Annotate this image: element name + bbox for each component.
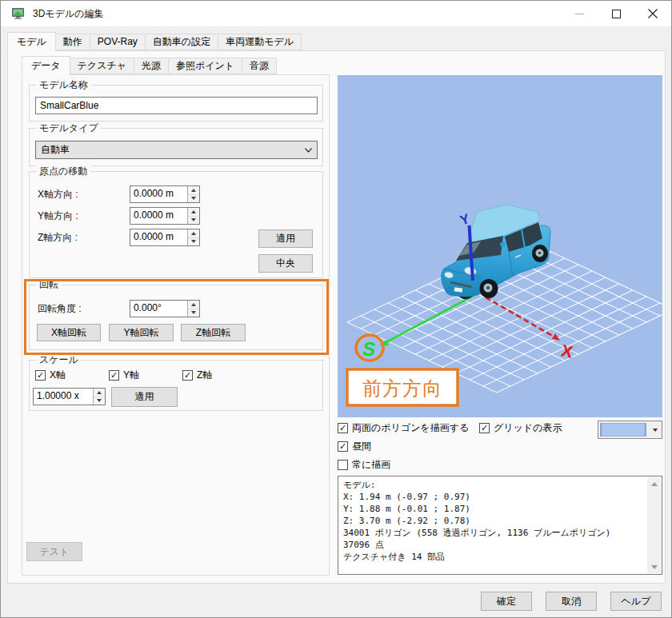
origin-x-spinner[interactable]: 0.0000 m <box>130 185 200 203</box>
model-3d-viewport[interactable]: X <box>338 75 662 417</box>
model-name-legend: モデル名称 <box>36 79 91 90</box>
origin-move-legend: 原点の移動 <box>36 165 90 177</box>
ok-button[interactable]: 確定 <box>481 592 532 611</box>
maximize-icon <box>612 10 621 18</box>
checkbox-checked-icon: ✓ <box>109 370 119 381</box>
scrollbar[interactable] <box>647 477 661 573</box>
model-info-text: モデル: X: 1.94 m (-0.97 ; 0.97) Y: 1.88 m … <box>343 479 644 572</box>
spin-down-icon[interactable] <box>188 194 199 203</box>
rotation-group: 回転 回転角度 : 0.000° X軸回転 Y軸回転 Z軸回転 <box>29 285 323 350</box>
scale-y-label: Y軸 <box>123 370 139 381</box>
rotation-legend: 回転 <box>36 279 62 290</box>
scale-value-spinner[interactable]: 1.00000 x <box>33 388 106 405</box>
axis-s-label: S <box>362 338 375 360</box>
scale-z-checkbox[interactable]: ✓ Z軸 <box>182 369 212 381</box>
checkbox-checked-icon: ✓ <box>182 370 193 381</box>
minimize-icon <box>575 10 584 18</box>
title-bar: 3Dモデルの編集 <box>1 1 671 26</box>
model-name-group: モデル名称 SmallCarBlue <box>29 85 323 122</box>
origin-z-spinner[interactable]: 0.0000 m <box>130 229 200 246</box>
chevron-down-icon <box>305 148 312 153</box>
tab-reference-point[interactable]: 参照ポイント <box>168 58 242 74</box>
always-draw-label: 常に描画 <box>352 460 390 470</box>
scale-z-label: Z軸 <box>197 370 212 381</box>
scale-group: スケール ✓ X軸 ✓ Y軸 ✓ Z軸 1.00000 x 適用 <box>29 360 323 411</box>
both-sides-checkbox[interactable]: ✓ 両面のポリゴンを描画する <box>338 422 469 434</box>
always-draw-checkbox[interactable]: 常に描画 <box>338 459 390 471</box>
rotate-y-button[interactable]: Y軸回転 <box>109 324 174 341</box>
grid-color-dropdown[interactable] <box>598 421 662 439</box>
close-icon <box>648 9 658 18</box>
data-tab-page: モデル名称 SmallCarBlue モデルタイプ 自動車 原点の移動 X軸方向… <box>22 74 330 576</box>
origin-z-label: Z軸方向 : <box>38 232 78 243</box>
both-sides-label: 両面のポリゴンを描画する <box>352 423 469 433</box>
origin-center-button[interactable]: 中央 <box>258 254 313 273</box>
scale-legend: スケール <box>36 354 82 365</box>
model-type-value: 自動車 <box>41 143 70 157</box>
origin-y-value: 0.0000 m <box>130 208 187 224</box>
origin-apply-button[interactable]: 適用 <box>258 229 313 248</box>
tab-data[interactable]: データ <box>22 56 70 75</box>
main-tab-bar: モデル 動作 POV-Ray 自動車の設定 車両運動モデル <box>7 32 302 50</box>
origin-y-label: Y軸方向 : <box>38 210 78 221</box>
scroll-up-icon[interactable] <box>647 477 661 490</box>
origin-y-spinner[interactable]: 0.0000 m <box>130 207 200 225</box>
rotation-angle-spinner[interactable]: 0.000° <box>130 300 200 317</box>
close-button[interactable] <box>634 1 671 26</box>
sub-tab-bar: データ テクスチャ 光源 参照ポイント 音源 <box>22 56 277 74</box>
forward-direction-annotation: 前方方向 <box>347 369 458 405</box>
tab-model[interactable]: モデル <box>7 32 56 51</box>
spin-down-icon[interactable] <box>94 397 105 405</box>
spin-up-icon[interactable] <box>188 186 199 194</box>
scale-x-label: X軸 <box>50 370 66 381</box>
model-name-input[interactable]: SmallCarBlue <box>35 97 318 114</box>
model-type-group: モデルタイプ 自動車 <box>29 128 323 166</box>
scale-apply-button[interactable]: 適用 <box>111 387 178 407</box>
tab-light-source[interactable]: 光源 <box>134 58 169 74</box>
tab-car-settings[interactable]: 自動車の設定 <box>145 34 218 50</box>
scroll-down-icon[interactable] <box>647 560 661 573</box>
grid-display-checkbox[interactable]: ✓ グリッドの表示 <box>479 422 562 434</box>
spin-down-icon[interactable] <box>188 237 199 246</box>
origin-z-value: 0.0000 m <box>130 229 187 245</box>
spin-down-icon[interactable] <box>188 216 199 225</box>
spin-up-icon[interactable] <box>94 389 105 397</box>
origin-x-label: X軸方向 : <box>38 189 78 200</box>
checkbox-checked-icon: ✓ <box>338 423 348 433</box>
scale-value: 1.00000 x <box>34 389 93 405</box>
model-type-select[interactable]: 自動車 <box>35 141 318 159</box>
origin-x-value: 0.0000 m <box>130 186 187 202</box>
spin-down-icon[interactable] <box>188 309 199 317</box>
scale-y-checkbox[interactable]: ✓ Y軸 <box>109 369 139 381</box>
cancel-button[interactable]: 取消 <box>546 592 597 611</box>
tab-povray[interactable]: POV-Ray <box>90 34 146 50</box>
dropdown-arrow-icon[interactable] <box>648 421 662 438</box>
forward-direction-text: 前方方向 <box>362 377 442 399</box>
test-button[interactable]: テスト <box>26 542 82 561</box>
checkbox-unchecked-icon <box>338 460 348 470</box>
checkbox-checked-icon: ✓ <box>35 370 46 381</box>
spin-up-icon[interactable] <box>188 229 199 237</box>
tab-sound-source[interactable]: 音源 <box>242 58 277 74</box>
model-info-box[interactable]: モデル: X: 1.94 m (-0.97 ; 0.97) Y: 1.88 m … <box>338 476 662 575</box>
checkbox-checked-icon: ✓ <box>479 423 490 433</box>
model-type-legend: モデルタイプ <box>36 122 102 134</box>
model-tab-page: データ テクスチャ 光源 参照ポイント 音源 モデル名称 SmallCarBlu… <box>7 50 666 584</box>
checkbox-checked-icon: ✓ <box>338 441 348 452</box>
daytime-checkbox[interactable]: ✓ 昼間 <box>338 441 371 453</box>
help-button[interactable]: ヘルプ <box>610 592 662 611</box>
maximize-button[interactable] <box>598 1 634 26</box>
minimize-button[interactable] <box>561 1 598 26</box>
scale-x-checkbox[interactable]: ✓ X軸 <box>35 369 66 381</box>
tab-motion[interactable]: 動作 <box>55 34 90 50</box>
tab-vehicle-motion[interactable]: 車両運動モデル <box>218 34 302 50</box>
dialog-3d-model-edit: 3Dモデルの編集 モデル 動作 POV-Ray 自動車の設定 車両運動モデル デ… <box>0 0 672 618</box>
tab-texture[interactable]: テクスチャ <box>70 58 134 74</box>
rotate-z-button[interactable]: Z軸回転 <box>181 324 246 341</box>
grid-display-label: グリッドの表示 <box>494 423 562 433</box>
rotate-x-button[interactable]: X軸回転 <box>37 324 101 341</box>
spin-up-icon[interactable] <box>188 301 199 309</box>
color-swatch <box>598 421 648 438</box>
spin-up-icon[interactable] <box>188 208 199 216</box>
daytime-label: 昼間 <box>352 441 371 452</box>
